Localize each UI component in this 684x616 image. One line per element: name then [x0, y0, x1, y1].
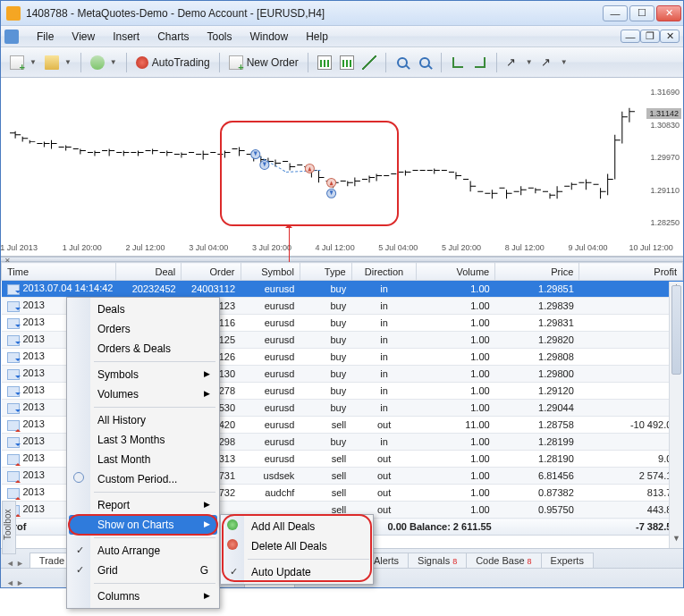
menu-charts[interactable]: Charts [148, 28, 198, 46]
menu-item-show-on-charts[interactable]: Show on Charts▶ [69, 515, 217, 535]
menu-item-last-3-months[interactable]: Last 3 Months [69, 430, 217, 450]
row-icon [7, 318, 20, 329]
bars-icon [317, 55, 332, 70]
cursor-button[interactable]: ▼ [502, 52, 536, 73]
menu-item-last-month[interactable]: Last Month [69, 450, 217, 469]
close-button[interactable]: ✕ [656, 5, 681, 21]
row-icon [7, 369, 20, 380]
col-profit[interactable]: Profit [579, 263, 683, 281]
tab-scroll-right-icon[interactable]: ► [16, 559, 24, 568]
new-order-button[interactable]: New Order [225, 52, 302, 73]
shift-button[interactable] [469, 52, 491, 73]
y-tick: 1.28250 [650, 218, 680, 227]
menu-item-auto-arrange[interactable]: Auto Arrange✓ [69, 541, 217, 561]
row-icon [7, 454, 20, 465]
context-submenu: Add All DealsDelete All DealsAuto Update… [220, 514, 374, 585]
x-tick: 3 Jul 04:00 [189, 243, 228, 252]
new-chart-button[interactable]: ▼ [6, 52, 40, 73]
crosshair-button[interactable]: ▼ [537, 52, 571, 73]
col-time[interactable]: Time [2, 263, 116, 281]
x-tick: 5 Jul 04:00 [378, 243, 418, 252]
y-axis: 1.316901.308301.299701.291101.28250 [638, 78, 683, 241]
menu-item-orders-deals[interactable]: Orders & Deals [69, 339, 217, 359]
menu-item-all-history[interactable]: All History [69, 410, 217, 430]
back-button[interactable]: ▼ [87, 52, 121, 73]
col-price[interactable]: Price [495, 263, 579, 281]
col-direction[interactable]: Direction [351, 263, 417, 281]
menu-file[interactable]: File [28, 28, 63, 46]
menu-tools[interactable]: Tools [198, 28, 241, 46]
app-small-icon [4, 30, 19, 44]
menu-item-auto-update[interactable]: Auto Update✓ [223, 562, 371, 582]
x-tick: 9 Jul 04:00 [568, 243, 607, 252]
cursor-icon [506, 55, 520, 70]
menu-item-delete-all-deals[interactable]: Delete All Deals [223, 536, 371, 556]
mdi-restore-button[interactable]: ❐ [640, 30, 660, 43]
y-tick: 1.30830 [650, 121, 680, 130]
zoom-out-button[interactable] [414, 52, 435, 73]
chart-tab-right-icon[interactable]: ► [16, 578, 24, 587]
table-scrollbar[interactable]: ▲ ▼ [669, 282, 683, 548]
mdi-close-button[interactable]: ✕ [660, 30, 680, 43]
folder-icon [45, 55, 59, 70]
row-icon [7, 284, 20, 295]
maximize-button[interactable]: ☐ [629, 5, 654, 21]
menu-item-deals[interactable]: Deals [69, 300, 217, 319]
menubar: File View Insert Charts Tools Window Hel… [1, 26, 683, 47]
col-order[interactable]: Order [182, 263, 241, 281]
menu-help[interactable]: Help [297, 28, 337, 46]
chart-tab-left-icon[interactable]: ◄ [6, 578, 14, 587]
new-chart-icon [10, 55, 24, 70]
col-volume[interactable]: Volume [417, 263, 495, 281]
tab-scroll-left-icon[interactable]: ◄ [6, 559, 14, 568]
new-order-icon [229, 55, 243, 70]
col-symbol[interactable]: Symbol [241, 263, 300, 281]
y-tick: 1.29110 [650, 186, 680, 195]
line-icon [362, 55, 376, 70]
scroll-button[interactable] [447, 52, 469, 73]
crosshair-icon [541, 55, 555, 70]
scroll-thumb[interactable] [671, 285, 681, 375]
profiles-button[interactable]: ▼ [41, 52, 75, 73]
tab-experts[interactable]: Experts [541, 553, 594, 568]
bars-button[interactable] [314, 52, 335, 73]
chart-area[interactable]: 1.316901.308301.299701.291101.28250 1.31… [1, 78, 683, 257]
line-button[interactable] [359, 52, 380, 73]
minimize-button[interactable]: — [603, 5, 628, 21]
x-axis: 1 Jul 20131 Jul 20:002 Jul 12:003 Jul 04… [6, 241, 638, 256]
menu-item-orders[interactable]: Orders [69, 319, 217, 339]
mdi-minimize-button[interactable]: — [621, 30, 640, 43]
col-type[interactable]: Type [300, 263, 351, 281]
menu-item-symbols[interactable]: Symbols▶ [69, 365, 217, 384]
last-price-label: 1.31142 [646, 108, 681, 119]
x-tick: 4 Jul 12:00 [316, 243, 355, 252]
x-tick: 2 Jul 12:00 [126, 243, 165, 252]
context-menu: DealsOrdersOrders & DealsSymbols▶Volumes… [66, 297, 220, 609]
toolbox-vertical-tab[interactable]: Toolbox [2, 501, 16, 554]
menu-insert[interactable]: Insert [104, 28, 148, 46]
tab-signals[interactable]: Signals8 [408, 553, 467, 568]
row-icon [7, 386, 20, 397]
menu-item-volumes[interactable]: Volumes▶ [69, 384, 217, 404]
zoom-in-button[interactable] [392, 52, 413, 73]
x-tick: 8 Jul 12:00 [505, 243, 545, 252]
menu-item-grid[interactable]: Grid✓G [69, 561, 217, 580]
tab-codebase[interactable]: Code Base8 [466, 553, 541, 568]
y-tick: 1.31690 [650, 88, 680, 97]
del-icon [227, 539, 238, 550]
menu-item-report[interactable]: Report▶ [69, 495, 217, 515]
x-tick: 1 Jul 2013 [0, 243, 38, 252]
candles-button[interactable] [336, 52, 358, 73]
row-icon [7, 335, 20, 346]
row-icon [7, 437, 20, 448]
menu-window[interactable]: Window [241, 28, 298, 46]
menu-item-add-all-deals[interactable]: Add All Deals [223, 517, 371, 536]
autotrading-button[interactable]: AutoTrading [132, 52, 214, 73]
col-deal[interactable]: Deal [116, 263, 182, 281]
menu-item-columns[interactable]: Columns▶ [69, 586, 217, 606]
table-header-row: Time Deal Order Symbol Type Direction Vo… [2, 263, 683, 281]
table-row[interactable]: 2013.07.04 14:14:422023245224003112eurus… [2, 281, 683, 298]
menu-item-custom-period-[interactable]: Custom Period... [69, 469, 217, 489]
menu-view[interactable]: View [63, 28, 104, 46]
scroll-down-icon[interactable]: ▼ [670, 534, 683, 548]
